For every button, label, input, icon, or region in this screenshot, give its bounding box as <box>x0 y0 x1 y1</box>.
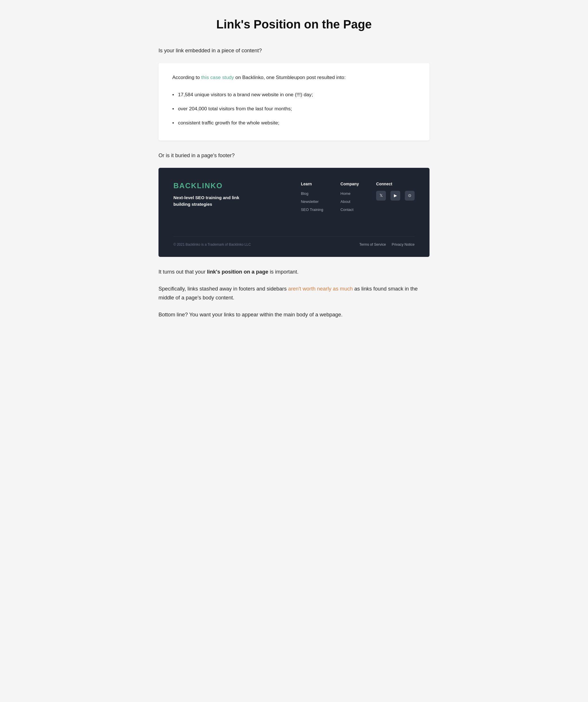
list-item: 17,584 unique visitors to a brand new we… <box>172 88 416 102</box>
list-item: consistent traffic growth for the whole … <box>172 116 416 130</box>
quote-intro-text: According to this case study on Backlink… <box>172 73 416 82</box>
footer-nav-company-heading: Company <box>340 182 359 186</box>
footer-links-paragraph: Specifically, links stashed away in foot… <box>158 284 430 302</box>
instagram-icon[interactable]: ⊙ <box>405 191 415 201</box>
footer-nav-learn-heading: Learn <box>301 182 323 186</box>
footer-social-icons: 𝕏 ▶ ⊙ <box>376 191 415 201</box>
intro-paragraph: Is your link embedded in a piece of cont… <box>158 46 430 55</box>
footer-learn-list: Blog Newsletter SEO Training <box>301 191 323 212</box>
footer-left-col: BACKLINKО Next-level SEO training and li… <box>173 182 248 219</box>
footer-screenshot-box: BACKLINKО Next-level SEO training and li… <box>158 168 430 257</box>
footer-nav-connect: Connect 𝕏 ▶ ⊙ <box>376 182 415 215</box>
list-item: over 204,000 total visitors from the las… <box>172 102 416 116</box>
footer-top-row: BACKLINKО Next-level SEO training and li… <box>173 182 415 219</box>
bottom-line-paragraph: Bottom line? You want your links to appe… <box>158 310 430 319</box>
footer-nav-sections: Learn Blog Newsletter SEO Training Compa… <box>301 182 415 215</box>
content-quote-box: According to this case study on Backlink… <box>158 63 430 140</box>
footer-nav-company: Company Home About Contact <box>340 182 359 215</box>
orange-text: aren't worth nearly as much <box>288 285 352 291</box>
list-item: About <box>340 199 359 204</box>
case-study-link[interactable]: this case study <box>201 75 234 80</box>
footer-logo: BACKLINKО <box>173 182 248 190</box>
list-item: Blog <box>301 191 323 196</box>
link-position-bold: link's position on a page <box>207 269 269 275</box>
list-item: SEO Training <box>301 207 323 212</box>
footer-tagline: Next-level SEO training and link buildin… <box>173 195 242 208</box>
list-item: Contact <box>340 207 359 212</box>
page-title: Link's Position on the Page <box>158 17 430 32</box>
privacy-notice-link[interactable]: Privacy Notice <box>392 243 415 247</box>
list-item: Home <box>340 191 359 196</box>
twitter-icon[interactable]: 𝕏 <box>376 191 386 201</box>
footer-bottom-row: © 2021 Backlinko is a Trademark of Backl… <box>173 236 415 247</box>
youtube-icon[interactable]: ▶ <box>391 191 400 201</box>
terms-of-service-link[interactable]: Terms of Service <box>359 243 386 247</box>
footer-copyright: © 2021 Backlinko is a Trademark of Backl… <box>173 243 251 247</box>
list-item: Newsletter <box>301 199 323 204</box>
footer-company-list: Home About Contact <box>340 191 359 212</box>
footer-question-paragraph: Or is it buried in a page's footer? <box>158 151 430 160</box>
footer-nav-learn: Learn Blog Newsletter SEO Training <box>301 182 323 215</box>
footer-connect-heading: Connect <box>376 182 415 186</box>
position-important-paragraph: It turns out that your link's position o… <box>158 267 430 276</box>
footer-legal-links: Terms of Service Privacy Notice <box>359 243 415 247</box>
quote-bullet-list: 17,584 unique visitors to a brand new we… <box>172 88 416 130</box>
